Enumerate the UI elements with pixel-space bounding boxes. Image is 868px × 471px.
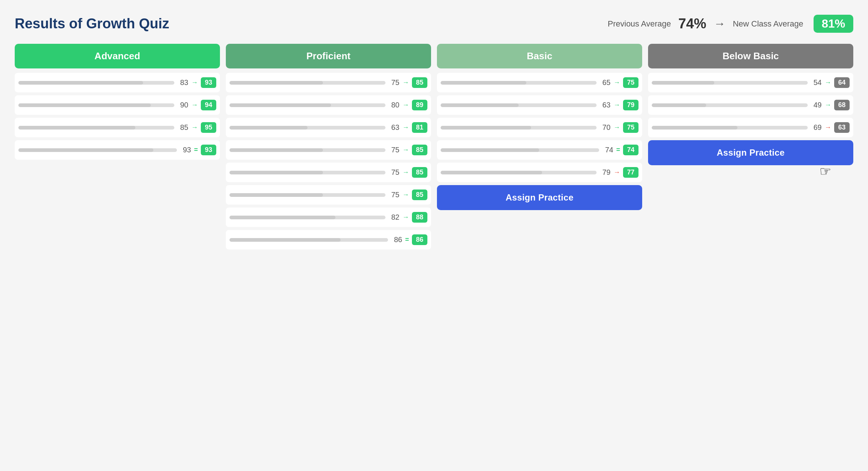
table-row: 80→89 [226, 95, 431, 115]
column-below-basic: Below Basic54→6449→6869→63Assign Practic… [648, 44, 853, 168]
column-basic: Basic65→7563→7970→7574=7479→77Assign Pra… [437, 44, 642, 213]
score-change-arrow-icon: → [402, 169, 409, 176]
score-change-arrow-icon: = [405, 236, 409, 244]
score-change-arrow-icon: → [402, 124, 409, 131]
score-change-arrow-icon: → [825, 101, 831, 109]
averages-section: Previous Average 74% → New Class Average… [608, 15, 853, 33]
score-previous: 82 [388, 213, 399, 222]
score-new: 94 [201, 100, 216, 110]
score-new: 75 [623, 122, 638, 133]
score-previous: 86 [391, 236, 402, 244]
score-new: 88 [412, 212, 427, 223]
progress-bar [441, 103, 597, 107]
new-avg-label: New Class Average [733, 19, 803, 29]
table-row: 54→64 [648, 73, 853, 92]
score-new: 68 [834, 100, 850, 110]
score-previous: 75 [388, 168, 399, 177]
score-previous: 75 [388, 78, 399, 87]
progress-bar [441, 81, 597, 85]
score-change-arrow-icon: → [613, 124, 620, 131]
score-change-arrow-icon: = [616, 146, 620, 154]
score-previous: 69 [811, 123, 822, 132]
table-row: 75→85 [226, 73, 431, 92]
score-new: 89 [412, 100, 427, 110]
table-row: 90→94 [15, 95, 220, 115]
score-change-arrow-icon: → [613, 169, 620, 176]
score-change-arrow-icon: → [191, 124, 198, 131]
progress-bar [441, 171, 597, 174]
score-new: 74 [623, 145, 638, 155]
score-new: 64 [834, 77, 850, 88]
score-new: 63 [834, 122, 850, 133]
progress-bar [18, 126, 174, 130]
progress-bar [230, 171, 385, 174]
quiz-results-grid: Advanced83→9390→9485→9593=93Proficient75… [15, 44, 853, 252]
assign-btn-wrapper: Assign Practice☞ [648, 140, 853, 168]
table-row: 70→75 [437, 118, 642, 137]
score-previous: 80 [388, 101, 399, 109]
table-row: 65→75 [437, 73, 642, 92]
score-new: 75 [623, 77, 638, 88]
score-new: 85 [412, 190, 427, 200]
column-header-proficient: Proficient [226, 44, 431, 68]
score-new: 86 [412, 234, 427, 245]
progress-bar [230, 238, 388, 242]
assign-practice-button[interactable]: Assign Practice [648, 140, 853, 165]
progress-bar [18, 103, 174, 107]
column-header-basic: Basic [437, 44, 642, 68]
score-change-arrow-icon: → [402, 146, 409, 154]
score-change-arrow-icon: → [402, 191, 409, 199]
table-row: 69→63 [648, 118, 853, 137]
score-change-arrow-icon: → [613, 79, 620, 86]
table-row: 49→68 [648, 95, 853, 115]
score-change-arrow-icon: → [402, 101, 409, 109]
column-proficient: Proficient75→8580→8963→8175→8575→8575→85… [226, 44, 431, 252]
progress-bar [18, 81, 174, 85]
score-change-arrow-icon: → [825, 124, 831, 131]
prev-avg-label: Previous Average [608, 19, 671, 29]
table-row: 85→95 [15, 118, 220, 137]
score-change-arrow-icon: → [402, 213, 409, 221]
score-change-arrow-icon: = [194, 146, 198, 154]
score-previous: 90 [177, 101, 188, 109]
column-header-advanced: Advanced [15, 44, 220, 68]
score-change-arrow-icon: → [825, 79, 831, 86]
assign-practice-button[interactable]: Assign Practice [437, 185, 642, 210]
score-new: 81 [412, 122, 427, 133]
score-change-arrow-icon: → [191, 101, 198, 109]
table-row: 79→77 [437, 163, 642, 182]
table-row: 83→93 [15, 73, 220, 92]
score-change-arrow-icon: → [191, 79, 198, 86]
score-new: 79 [623, 100, 638, 110]
score-new: 85 [412, 145, 427, 155]
progress-bar [652, 126, 808, 130]
score-new: 95 [201, 122, 216, 133]
score-change-arrow-icon: → [613, 101, 620, 109]
page-header: Results of Growth Quiz Previous Average … [15, 15, 853, 33]
page-title: Results of Growth Quiz [15, 16, 169, 32]
table-row: 82→88 [226, 208, 431, 227]
score-previous: 85 [177, 123, 188, 132]
column-header-below-basic: Below Basic [648, 44, 853, 68]
progress-bar [652, 103, 808, 107]
progress-bar [441, 148, 599, 152]
score-previous: 79 [600, 168, 611, 177]
progress-bar [18, 148, 177, 152]
progress-bar [652, 81, 808, 85]
table-row: 75→85 [226, 140, 431, 160]
score-previous: 74 [602, 146, 613, 154]
score-new: 77 [623, 167, 638, 178]
score-previous: 70 [600, 123, 611, 132]
table-row: 93=93 [15, 140, 220, 160]
cursor-icon: ☞ [819, 164, 831, 179]
progress-bar [230, 193, 385, 197]
score-previous: 75 [388, 191, 399, 199]
score-new: 85 [412, 167, 427, 178]
table-row: 75→85 [226, 163, 431, 182]
score-new: 85 [412, 77, 427, 88]
score-previous: 83 [177, 78, 188, 87]
progress-bar [230, 216, 385, 219]
score-previous: 49 [811, 101, 822, 109]
table-row: 75→85 [226, 185, 431, 205]
score-change-arrow-icon: → [402, 79, 409, 86]
